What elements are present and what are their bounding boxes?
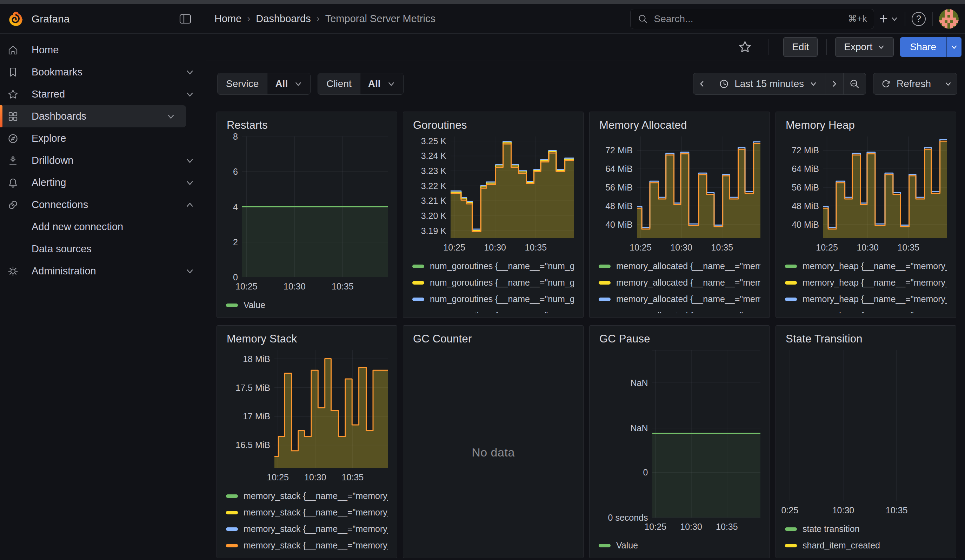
y-axis-tick: 3.20 K — [421, 211, 447, 221]
chevron-up-icon[interactable] — [185, 200, 195, 209]
client-filter-value[interactable]: All — [360, 73, 403, 95]
legend: Value — [599, 537, 761, 553]
service-filter-value[interactable]: All — [267, 73, 310, 95]
legend-swatch — [785, 544, 797, 547]
legend-swatch — [226, 495, 238, 498]
x-axis-tick: 10:35 — [525, 242, 547, 253]
chevron-down-icon[interactable] — [185, 68, 195, 77]
legend-item[interactable]: memory_allocated {__name__="memc — [599, 307, 761, 313]
time-forward-button[interactable] — [825, 73, 844, 95]
y-axis-tick: 16.5 MiB — [236, 440, 270, 450]
sidebar-item-home[interactable]: Home — [0, 39, 205, 61]
breadcrumb-separator: › — [247, 13, 250, 24]
grafana-app: Grafana Home › Dashboards › Temporal Ser… — [0, 0, 965, 560]
search-box[interactable]: ⌘+k — [630, 9, 874, 29]
legend-item[interactable]: memory_heap {__name__="memory_h — [785, 307, 947, 313]
legend-item[interactable]: memory_allocated {__name__="memc — [599, 258, 761, 274]
sidebar-item-dashboards[interactable]: Dashboards — [0, 105, 186, 127]
legend-label: memory_stack {__name__="memory_s — [244, 491, 388, 501]
sidebar-item-add-new-connection[interactable]: Add new connection — [0, 216, 205, 238]
legend-item[interactable]: memory_heap {__name__="memory_h — [785, 291, 947, 307]
sidebar-item-connections[interactable]: Connections — [0, 194, 205, 216]
panel-gc-pause[interactable]: GC PauseNaNNaN00 seconds10:2510:3010:35V… — [589, 325, 770, 558]
chevron-down-icon[interactable] — [185, 178, 195, 188]
sidebar-item-explore[interactable]: Explore — [0, 127, 205, 149]
x-axis-inner: 0:2510:3010:35 — [785, 503, 947, 517]
chevron-down-icon[interactable] — [166, 112, 175, 121]
sidebar-item-label: Dashboards — [31, 111, 166, 122]
panel-memory-stack[interactable]: Memory Stack18 MiB17.5 MiB17 MiB16.5 MiB… — [216, 325, 397, 558]
edit-button[interactable]: Edit — [783, 37, 818, 57]
time-back-button[interactable] — [693, 73, 711, 95]
sidebar-toggle-icon[interactable] — [179, 14, 191, 24]
sidebar-item-data-sources[interactable]: Data sources — [0, 238, 205, 260]
avatar-identicon — [939, 9, 959, 29]
chevron-down-icon[interactable] — [185, 267, 195, 276]
legend-item[interactable]: memory_stack {__name__="memory_s — [226, 504, 388, 521]
legend-item[interactable]: num_goroutines {__name__="num_go — [412, 258, 574, 274]
sidebar-item-bookmarks[interactable]: Bookmarks — [0, 61, 205, 83]
legend-item[interactable]: num_goroutines {__name__="num_go — [412, 307, 574, 313]
breadcrumb-separator: › — [317, 13, 320, 24]
x-axis-tick: 10:25 — [816, 242, 838, 253]
x-axis-tick: 10:35 — [716, 522, 738, 532]
export-button[interactable]: Export — [835, 37, 894, 57]
panel-restarts[interactable]: Restarts8642010:2510:3010:35Value — [216, 112, 397, 318]
client-filter[interactable]: Client All — [317, 73, 403, 95]
panel-gc-counter[interactable]: GC CounterNo data — [403, 325, 584, 558]
sidebar-item-alerting[interactable]: Alerting — [0, 171, 205, 194]
legend-item[interactable]: num_goroutines {__name__="num_go — [412, 274, 574, 291]
refresh-interval-button[interactable] — [939, 73, 957, 95]
refresh-button[interactable]: Refresh — [873, 73, 939, 95]
chevron-down-icon[interactable] — [185, 90, 195, 99]
grid-icon — [7, 111, 19, 122]
breadcrumb-home[interactable]: Home — [214, 13, 241, 24]
search-shortcut: ⌘+k — [848, 13, 867, 24]
add-button[interactable]: + — [879, 11, 898, 28]
avatar[interactable] — [939, 9, 959, 29]
search-input[interactable] — [654, 13, 842, 24]
legend-item[interactable]: memory_allocated {__name__="memc — [599, 291, 761, 307]
brand-area: Grafana — [0, 4, 205, 33]
star-icon[interactable] — [738, 40, 752, 54]
help-button[interactable]: ? — [912, 12, 926, 26]
legend-item[interactable]: shard_item_created — [785, 537, 947, 553]
share-button[interactable]: Share — [900, 37, 946, 57]
legend-swatch — [599, 297, 610, 301]
zoom-out-button[interactable] — [844, 73, 866, 95]
legend-item[interactable]: memory_allocated {__name__="memc — [599, 274, 761, 291]
legend-item[interactable]: Value — [226, 297, 388, 313]
legend-item[interactable]: Value — [599, 537, 761, 553]
legend-item[interactable]: memory_heap {__name__="memory_h — [785, 258, 947, 274]
share-menu-button[interactable] — [946, 37, 962, 57]
panel-memory-heap[interactable]: Memory Heap72 MiB64 MiB56 MiB48 MiB40 Mi… — [775, 112, 956, 318]
y-axis-tick: 0 — [643, 467, 648, 478]
legend-label: memory_stack {__name__="memory_s — [244, 524, 388, 534]
chevron-down-icon — [810, 80, 817, 88]
x-axis-tick: 10:25 — [236, 281, 258, 292]
chevron-down-icon — [891, 15, 898, 23]
panel-state-transition[interactable]: State Transition0:2510:3010:35state tran… — [775, 325, 956, 558]
sidebar-item-administration[interactable]: Administration — [0, 260, 205, 282]
client-filter-label: Client — [318, 73, 360, 95]
panel-title: GC Pause — [599, 333, 760, 345]
chevron-down-icon[interactable] — [185, 156, 195, 165]
time-controls: Last 15 minutes — [693, 73, 957, 95]
plot-region — [785, 350, 947, 501]
legend-item[interactable]: memory_heap {__name__="memory_h — [785, 274, 947, 291]
breadcrumb-dashboards[interactable]: Dashboards — [256, 13, 311, 24]
service-filter[interactable]: Service All — [217, 73, 311, 95]
home-icon — [7, 44, 19, 56]
chart-area-state-transition — [785, 350, 947, 501]
legend-item[interactable]: memory_stack {__name__="memory_s — [226, 521, 388, 537]
x-axis-inner: 10:2510:3010:35 — [242, 279, 388, 293]
sidebar-item-starred[interactable]: Starred — [0, 83, 205, 105]
legend-item[interactable]: num_goroutines {__name__="num_go — [412, 291, 574, 307]
legend-item[interactable]: state transition — [785, 521, 947, 537]
sidebar-item-drilldown[interactable]: Drilldown — [0, 149, 205, 171]
time-range-picker[interactable]: Last 15 minutes — [711, 73, 825, 95]
panel-goroutines[interactable]: Goroutines3.25 K3.24 K3.23 K3.22 K3.21 K… — [403, 112, 584, 318]
panel-memory-allocated[interactable]: Memory Allocated72 MiB64 MiB56 MiB48 MiB… — [589, 112, 770, 318]
legend-item[interactable]: memory_stack {__name__="memory_s — [226, 537, 388, 553]
legend-item[interactable]: memory_stack {__name__="memory_s — [226, 488, 388, 504]
